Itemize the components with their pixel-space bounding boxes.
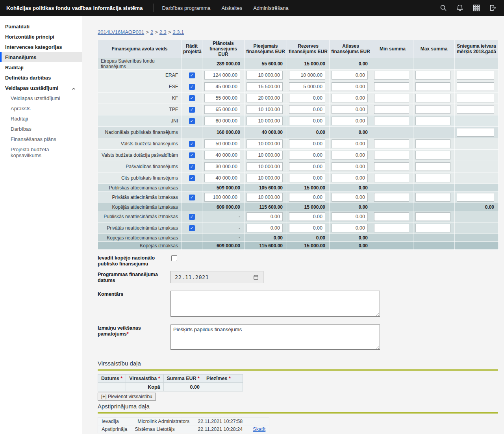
logout-icon[interactable] (489, 4, 497, 12)
show-in-project-checkbox[interactable]: ✓ (189, 175, 195, 181)
programme-date-input[interactable]: 22.11.2021 (170, 271, 263, 283)
amount-input[interactable] (246, 212, 283, 221)
calendar-icon[interactable] (253, 274, 259, 280)
sidebar-item-r-d-t-ji[interactable]: Rādītāji (0, 62, 82, 72)
amount-input[interactable] (457, 71, 494, 80)
sidebar-subitem-darb-bas[interactable]: Darbības (0, 124, 82, 134)
amount-input[interactable] (246, 224, 283, 232)
show-in-project-checkbox[interactable]: ✓ (189, 84, 195, 90)
sidebar-item-finans-jums[interactable]: Finansējums (0, 52, 82, 62)
amount-input[interactable] (246, 117, 283, 125)
amount-input[interactable] (204, 151, 240, 160)
amount-input[interactable] (246, 94, 283, 102)
show-in-project-checkbox[interactable]: ✓ (189, 214, 195, 220)
show-in-project-checkbox[interactable]: ✓ (189, 107, 195, 113)
sidebar-item-horizont-lie-principi[interactable]: Horizontālie principi (0, 32, 82, 42)
amount-input[interactable] (374, 117, 409, 125)
topnav-atskaites[interactable]: Atskaites (221, 5, 242, 11)
amount-input[interactable] (374, 212, 409, 221)
amount-input[interactable] (289, 193, 325, 202)
amount-input[interactable] (246, 193, 283, 202)
amount-input[interactable] (289, 224, 325, 232)
amount-input[interactable] (204, 117, 240, 125)
amount-input[interactable] (374, 193, 409, 202)
chevron-up-icon[interactable] (71, 86, 76, 90)
amount-input[interactable] (374, 71, 409, 80)
amount-input[interactable] (246, 162, 283, 171)
amount-input[interactable] (374, 162, 409, 171)
amount-input[interactable] (332, 105, 368, 114)
amount-input[interactable] (415, 105, 450, 114)
amount-input[interactable] (457, 193, 494, 202)
amount-input[interactable] (289, 94, 325, 102)
amount-input[interactable] (246, 139, 283, 148)
amount-input[interactable] (204, 71, 240, 80)
amount-input[interactable] (415, 162, 450, 171)
sidebar-subitem-finans-anas-pl-ns[interactable]: Finansēšanas plāns (0, 134, 82, 144)
amount-input[interactable] (246, 151, 283, 160)
amount-input[interactable] (332, 71, 368, 80)
amount-input[interactable] (289, 82, 325, 91)
sidebar-item-defin-t-s-darb-bas[interactable]: Definētās darbības (0, 72, 82, 83)
sidebar-subitem-r-d-t-ji[interactable]: Rādītāji (0, 113, 82, 124)
bell-icon[interactable] (456, 4, 464, 12)
amount-input[interactable] (246, 105, 283, 114)
amount-input[interactable] (415, 71, 450, 80)
amount-input[interactable] (415, 82, 450, 91)
sidebar-subitem-apraksts[interactable]: Apraksts (0, 103, 82, 113)
amount-input[interactable] (374, 224, 409, 232)
search-icon[interactable] (439, 4, 447, 12)
amount-input[interactable] (289, 71, 325, 80)
national-funding-checkbox[interactable] (171, 255, 177, 261)
breadcrumb-link-2-3-1[interactable]: 2.3.1 (172, 29, 184, 35)
show-in-project-checkbox[interactable]: ✓ (189, 72, 195, 78)
amount-input[interactable] (457, 82, 494, 91)
amount-input[interactable] (289, 151, 325, 160)
amount-input[interactable] (374, 151, 409, 160)
breadcrumb-link-2[interactable]: 2 (150, 29, 153, 35)
amount-input[interactable] (374, 174, 409, 182)
sidebar-item-intervences-kategorijas[interactable]: Intervences kategorijas (0, 42, 82, 52)
comment-textarea[interactable] (170, 291, 380, 317)
amount-input[interactable] (415, 193, 450, 202)
amount-input[interactable] (332, 193, 368, 202)
amount-input[interactable] (457, 94, 494, 102)
amount-input[interactable] (289, 117, 325, 125)
change-reason-textarea[interactable]: Piešķirts papildus finansējums (170, 325, 380, 350)
amount-input[interactable] (246, 71, 283, 80)
add-overcommitment-button[interactable]: [+] Pievienot virssaistību (98, 393, 156, 401)
amount-input[interactable] (204, 139, 240, 148)
amount-input[interactable] (289, 139, 325, 148)
amount-input[interactable] (289, 105, 325, 114)
amount-input[interactable] (204, 162, 240, 171)
amount-input[interactable] (246, 174, 283, 182)
amount-input[interactable] (415, 117, 450, 125)
amount-input[interactable] (289, 174, 325, 182)
amount-input[interactable] (204, 193, 240, 202)
breadcrumb-link-2-3[interactable]: 2.3 (159, 29, 167, 35)
show-in-project-checkbox[interactable]: ✓ (189, 225, 195, 231)
amount-input[interactable] (332, 94, 368, 102)
show-in-project-checkbox[interactable]: ✓ (189, 141, 195, 147)
amount-input[interactable] (332, 162, 368, 171)
amount-input[interactable] (204, 94, 240, 102)
amount-input[interactable] (246, 82, 283, 91)
amount-input[interactable] (289, 162, 325, 171)
amount-input[interactable] (374, 105, 409, 114)
amount-input[interactable] (415, 212, 450, 221)
show-in-project-checkbox[interactable]: ✓ (189, 195, 195, 200)
sidebar-subitem-projekta-bud-eta-kopsavilkums[interactable]: Projekta budžeta kopsavilkums (0, 144, 82, 154)
show-in-project-checkbox[interactable]: ✓ (189, 118, 195, 124)
amount-input[interactable] (457, 105, 494, 114)
sidebar-item-pamatdati[interactable]: Pamatdati (0, 21, 82, 32)
amount-input[interactable] (332, 174, 368, 182)
amount-input[interactable] (332, 212, 368, 221)
amount-input[interactable] (415, 224, 450, 232)
amount-input[interactable] (415, 174, 450, 182)
view-link[interactable]: Skatīt (253, 427, 265, 432)
amount-input[interactable] (332, 224, 368, 232)
amount-input[interactable] (374, 82, 409, 91)
show-in-project-checkbox[interactable]: ✓ (189, 164, 195, 170)
show-in-project-checkbox[interactable]: ✓ (189, 95, 195, 101)
topnav-administr-ana[interactable]: Administrēšana (253, 5, 289, 11)
